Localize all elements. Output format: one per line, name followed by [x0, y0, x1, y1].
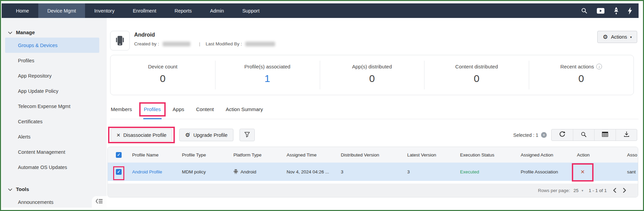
sidebar-section-tools[interactable]: Tools	[2, 184, 107, 194]
topbar-icons	[581, 3, 639, 18]
col-action[interactable]: Action	[572, 152, 622, 157]
profiles-table: ✓ Profile Name Profile Type Platform Typ…	[107, 147, 638, 197]
actions-button[interactable]: ⚙ Actions ▾	[597, 31, 637, 43]
table-grid-icon	[602, 132, 608, 138]
table-tools-group	[551, 129, 637, 141]
upgrade-profile-icon: ⚙↑	[185, 132, 190, 138]
assigned-time-cell: Nov 4, 2024 04:26 ...	[281, 169, 335, 174]
sidebar-item-automate-os-updates[interactable]: Automate OS Updates	[2, 160, 107, 175]
col-latest-version[interactable]: Latest Version	[402, 152, 455, 157]
nav-inventory[interactable]: Inventory	[85, 3, 124, 18]
rows-per-page-label: Rows per page:	[538, 188, 570, 193]
created-by-label: Created by :	[134, 41, 159, 46]
col-execution-status[interactable]: Execution Status	[455, 152, 515, 157]
info-icon[interactable]: i	[596, 64, 602, 69]
tab-content[interactable]: Content	[196, 101, 214, 119]
stat-apps-distributed-value: 0	[320, 73, 424, 84]
sidebar-collapse-button[interactable]	[92, 196, 107, 208]
next-page-button[interactable]	[623, 188, 626, 193]
col-platform-type[interactable]: Platform Type	[228, 152, 281, 157]
select-all-checkbox[interactable]: ✓	[116, 152, 122, 158]
screenshot-frame: Home Device Mgmt Inventory Enrollment Re…	[0, 0, 644, 211]
sidebar-item-profiles[interactable]: Profiles	[2, 53, 107, 68]
android-robot-icon	[233, 169, 238, 175]
table-row[interactable]: ✓ Android Profile MDM policy Android Nov…	[108, 163, 638, 181]
table-search-button[interactable]	[573, 129, 594, 141]
caret-down-icon: ▾	[630, 35, 632, 39]
stat-profiles-associated: Profile(s) associated 1	[215, 55, 320, 95]
sidebar-item-app-repository[interactable]: App Repository	[2, 68, 107, 83]
close-icon: ×	[117, 132, 120, 138]
sidebar-section-manage[interactable]: Manage	[2, 27, 107, 38]
stat-profiles-associated-value[interactable]: 1	[215, 73, 320, 84]
export-button[interactable]	[616, 129, 637, 141]
execution-status-badge: Executed	[460, 169, 479, 174]
assigned-action-cell: Profile Association	[515, 169, 572, 174]
search-icon[interactable]	[581, 7, 587, 14]
toolbar-right: Selected : 1 ×	[513, 129, 637, 141]
rows-per-page-select[interactable]: 25 ▾	[574, 188, 583, 193]
page-title: Android	[134, 32, 278, 38]
stats-card: Device count 0 Profile(s) associated 1 A…	[110, 55, 634, 95]
profile-name-link[interactable]: Android Profile	[132, 169, 162, 174]
refresh-button[interactable]	[552, 129, 573, 141]
stat-device-count-value: 0	[110, 73, 215, 84]
col-profile-type[interactable]: Profile Type	[176, 152, 228, 157]
clear-selection-icon[interactable]: ×	[541, 132, 547, 138]
pagination-range: 1 - 1 of 1	[589, 188, 607, 193]
nav-device-mgmt[interactable]: Device Mgmt	[38, 3, 85, 18]
disassociate-profile-button[interactable]: × Disassociate Profile	[111, 129, 172, 141]
video-tutorial-icon[interactable]	[597, 8, 605, 14]
caret-down-icon: ▾	[582, 189, 583, 192]
col-assigned-time[interactable]: Assigned Time	[281, 152, 335, 157]
top-navbar: Home Device Mgmt Inventory Enrollment Re…	[2, 3, 639, 18]
selected-count-label: Selected : 1	[513, 132, 538, 138]
sidebar-item-groups-devices[interactable]: Groups & Devices	[5, 38, 99, 53]
distributed-version-cell: 3	[335, 169, 402, 174]
search-icon	[581, 131, 587, 139]
nav-home[interactable]: Home	[7, 3, 38, 18]
last-modified-label: Last Modified By :	[206, 41, 242, 46]
nav-reports[interactable]: Reports	[165, 3, 201, 18]
lightning-icon[interactable]	[628, 7, 632, 15]
nav-enrollment[interactable]: Enrollment	[124, 3, 165, 18]
col-distributed-version[interactable]: Distributed Version	[335, 152, 402, 157]
associated-by-cell: sant	[622, 169, 638, 174]
sidebar-item-app-update-policy[interactable]: App Update Policy	[2, 83, 107, 99]
tab-bar: Members Profiles Apps Content Action Sum…	[110, 101, 639, 119]
nav-admin[interactable]: Admin	[201, 3, 233, 18]
sidebar-item-certificates[interactable]: Certificates	[2, 114, 107, 129]
meta-separator: |	[199, 41, 201, 46]
col-assigned-action[interactable]: Assigned Action	[515, 152, 572, 157]
tab-action-summary[interactable]: Action Summary	[226, 101, 263, 119]
table-header-row: ✓ Profile Name Profile Type Platform Typ…	[108, 147, 638, 163]
tab-apps[interactable]: Apps	[173, 101, 184, 119]
sidebar-item-announcements[interactable]: Announcements	[2, 194, 107, 210]
sidebar-item-alerts[interactable]: Alerts	[2, 129, 107, 144]
chevron-down-icon	[8, 29, 12, 35]
nav-support[interactable]: Support	[233, 3, 269, 18]
device-group-icon	[110, 31, 130, 50]
row-checkbox[interactable]: ✓	[116, 169, 122, 175]
last-modified-redacted-value	[245, 42, 275, 46]
collapse-sidebar-icon	[96, 198, 103, 205]
remove-profile-x-icon[interactable]: ×	[581, 168, 585, 175]
tab-members[interactable]: Members	[111, 101, 132, 119]
rocket-icon[interactable]	[614, 7, 619, 15]
col-profile-name[interactable]: Profile Name	[127, 152, 176, 157]
sidebar-item-telecom-expense[interactable]: Telecom Expense Mgmt	[2, 99, 107, 114]
table-footer: Rows per page: 25 ▾ 1 - 1 of 1	[108, 184, 638, 197]
tab-profiles[interactable]: Profiles	[144, 101, 161, 119]
group-header: Android Created by : | Last Modified By …	[110, 31, 639, 50]
sidebar-item-content-management[interactable]: Content Management	[2, 144, 107, 160]
filter-button[interactable]	[240, 129, 255, 141]
chevron-down-icon	[8, 186, 12, 192]
upgrade-profile-button[interactable]: ⚙↑ Upgrade Profile	[179, 129, 233, 141]
filter-funnel-icon	[244, 132, 250, 139]
gear-icon: ⚙	[603, 34, 608, 40]
stat-content-distributed: Content distributed 0	[424, 55, 529, 95]
nav-items: Home Device Mgmt Inventory Enrollment Re…	[7, 3, 269, 18]
previous-page-button[interactable]	[613, 188, 617, 193]
col-associated-by[interactable]: Asso	[622, 152, 638, 157]
column-chooser-button[interactable]	[594, 129, 616, 141]
